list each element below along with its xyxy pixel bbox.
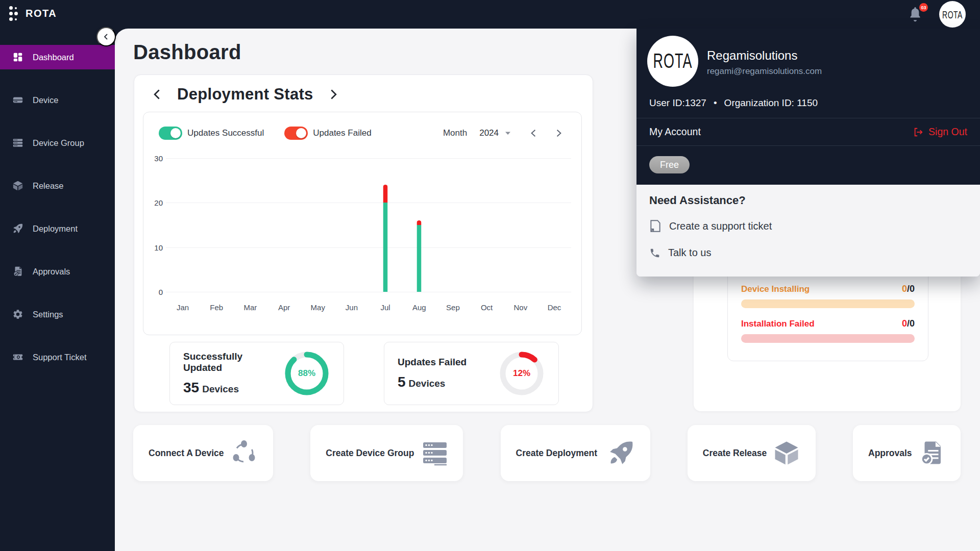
ticket-icon [12,352,23,363]
x-tick: Sep [436,303,470,312]
assist-item-label: Create a support ticket [669,220,772,232]
caret-down-icon [505,131,511,135]
avatar-text: ROTA [942,8,963,20]
chart-controls: Updates Successful Updates Failed Month … [143,112,581,140]
chevron-left-icon [103,33,110,40]
sidebar-collapse-button[interactable] [96,27,116,46]
phone-icon [649,247,660,259]
plan-badge[interactable]: Free [649,156,690,173]
deployment-stats-header: Deployment Stats [134,75,593,104]
org-email: regami@regamisolutions.com [707,66,822,77]
sign-out-button[interactable]: Sign Out [913,126,967,138]
y-tick: 20 [149,198,163,207]
failed-donut: 12% [498,350,545,397]
dashboard-icon [12,52,23,63]
brand-name: ROTA [26,8,57,19]
device-group-icon [12,137,23,148]
summary-unit: Devices [202,384,239,394]
x-tick: Dec [537,303,571,312]
summary-title: Successfully Updated [183,351,283,373]
x-axis-labels: Jan Feb Mar Apr May Jun Jul Aug Sep Oct … [166,303,571,312]
device-icon [12,94,23,106]
stats-next-button[interactable] [327,87,340,102]
top-bar: ROTA 03 ROTA [0,0,980,29]
connect-device-icon [230,439,258,467]
quick-actions-row: Connect A Device Create Device Group Cre… [133,425,961,481]
period-label: Month [443,128,467,138]
sidebar-item-approvals[interactable]: Approvals [0,259,115,284]
summary-unit: Devices [409,378,446,389]
x-tick: Nov [504,303,537,312]
device-installing-value: 0/0 [902,284,915,294]
my-account-link[interactable]: My Account [649,126,701,138]
release-cube-icon [12,180,23,191]
organization-id: Organization ID: 1150 [724,97,818,109]
y-tick: 30 [149,154,163,163]
sidebar-item-dashboard[interactable]: Dashboard [0,45,115,69]
chart-bar-aug[interactable] [417,220,422,292]
talk-to-us-link[interactable]: Talk to us [649,247,980,259]
x-tick: May [301,303,335,312]
summary-title: Updates Failed [398,357,467,368]
x-tick: Jul [369,303,402,312]
action-label: Connect A Device [149,448,224,459]
chevron-left-icon [153,89,162,100]
sidebar-item-device-group[interactable]: Device Group [0,131,115,155]
summary-count: 5 [398,374,406,390]
sidebar-item-device[interactable]: Device [0,88,115,112]
year-dropdown[interactable]: 2024 [479,128,511,138]
updates-successful-toggle[interactable] [159,127,182,140]
chevron-left-icon [530,129,536,137]
period-controls: Month 2024 [443,127,564,139]
sidebar-item-settings[interactable]: Settings [0,302,115,327]
updates-failed-toggle[interactable] [284,127,308,140]
chevron-right-icon [556,129,562,137]
period-prev-button[interactable] [528,127,538,139]
action-label: Approvals [868,448,912,459]
rocket-icon [607,439,635,467]
sidebar-item-support-ticket[interactable]: Support Ticket [0,345,115,369]
summary-count: 35 [183,380,199,395]
installation-failed-label: Installation Failed [741,319,815,329]
notifications-button[interactable]: 03 [908,5,925,23]
x-tick: Apr [267,303,301,312]
sidebar-item-release[interactable]: Release [0,173,115,198]
user-avatar[interactable]: ROTA [939,1,966,28]
id-row: User ID:1327 • Organization ID: 1150 [649,97,818,109]
release-cube-icon [773,439,800,467]
install-status-card: Device Installing 0/0 Installation Faile… [727,270,928,361]
x-tick: Mar [233,303,267,312]
year-value: 2024 [479,128,499,138]
user-id: User ID:1327 [649,97,706,109]
chart-plot: 30 20 10 0 [166,158,571,292]
sidebar-item-label: Support Ticket [33,353,86,362]
period-next-button[interactable] [554,127,564,139]
sidebar-item-label: Device Group [33,138,84,148]
need-assistance-section: Need Assistance? Create a support ticket… [636,185,980,277]
installation-failed-bar [741,334,915,343]
y-tick: 10 [149,243,163,252]
create-deployment-card[interactable]: Create Deployment [501,425,650,481]
assist-item-label: Talk to us [668,247,711,259]
sign-out-icon [913,127,923,137]
connect-a-device-card[interactable]: Connect A Device [133,425,273,481]
updates-failed-label: Updates Failed [313,128,371,138]
org-avatar-text: ROTA [653,49,693,73]
installation-failed-row: Installation Failed 0/0 [741,318,915,329]
approvals-card[interactable]: Approvals [853,425,961,481]
chevron-right-icon [329,89,338,100]
sidebar-item-deployment[interactable]: Deployment [0,216,115,241]
chart-bar-jul[interactable] [383,185,388,292]
profile-dropdown-top: ROTA Regamisolutions regami@regamisoluti… [636,29,980,185]
sidebar-item-label: Dashboard [33,53,74,62]
create-release-card[interactable]: Create Release [688,425,816,481]
success-donut: 88% [283,350,330,397]
updates-failed-card: Updates Failed 5Devices 12% [384,342,559,405]
org-avatar: ROTA [647,36,698,87]
create-device-group-card[interactable]: Create Device Group [310,425,463,481]
action-label: Create Device Group [326,448,414,459]
need-assistance-title: Need Assistance? [649,194,980,207]
page-title: Dashboard [133,41,241,64]
stats-prev-button[interactable] [151,87,164,102]
create-support-ticket-link[interactable]: Create a support ticket [649,219,980,233]
